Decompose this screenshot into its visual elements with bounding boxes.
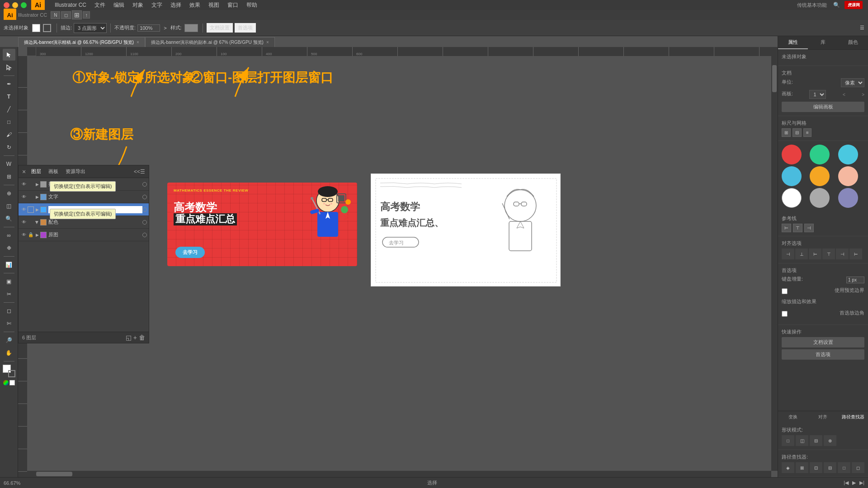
- maximize-button[interactable]: [21, 2, 27, 8]
- exclude-btn[interactable]: ⊕: [824, 435, 836, 446]
- layer-eye-chuhua[interactable]: 👁: [20, 181, 28, 188]
- layers-panel-collapse[interactable]: <<: [134, 169, 140, 175]
- swatch-purple[interactable]: [838, 188, 858, 208]
- horizontal-scrollbar[interactable]: [27, 471, 771, 477]
- tab-2[interactable]: 插边风-banner演示稿的副本.ai @ 67% (RGB/GPU 预览) ×: [145, 37, 275, 47]
- align-left[interactable]: ⊣: [782, 249, 794, 259]
- select-tool[interactable]: [3, 49, 15, 61]
- unit-select[interactable]: 像素: [841, 78, 864, 87]
- align-bottom[interactable]: ⊢: [849, 249, 862, 259]
- layer-lock-chuhua[interactable]: [28, 181, 34, 188]
- swatch-red[interactable]: [782, 145, 802, 164]
- opacity-input[interactable]: [137, 24, 160, 32]
- blend-tool[interactable]: ∞: [3, 230, 15, 241]
- layer-row-yuantu[interactable]: 👁 🔒 ▶ 原图: [19, 229, 149, 241]
- layer-lock-peise[interactable]: [28, 219, 34, 225]
- transform-tab[interactable]: 变换: [778, 411, 808, 423]
- layers-panel-menu[interactable]: ☰: [140, 169, 145, 175]
- minus-front-btn[interactable]: ◫: [796, 435, 808, 446]
- shape-builder[interactable]: ⊕: [3, 188, 15, 199]
- swatch-orange[interactable]: [810, 166, 830, 186]
- corner-checkbox[interactable]: [782, 311, 788, 317]
- layer-eye-peise[interactable]: 👁: [20, 219, 28, 226]
- stroke-type-select[interactable]: 3 点圆形: [74, 23, 107, 33]
- banner-cta-btn[interactable]: 去学习: [175, 247, 205, 258]
- new-doc-btn[interactable]: N: [51, 11, 60, 19]
- artboard-tool[interactable]: ▣: [3, 276, 15, 287]
- type-tool[interactable]: T: [3, 91, 15, 103]
- swatch-white[interactable]: [782, 188, 802, 208]
- snap-bounds-checkbox[interactable]: [782, 288, 788, 294]
- fill-swatch[interactable]: [32, 24, 40, 32]
- open-btn[interactable]: ◻: [61, 11, 71, 19]
- delete-layer-btn[interactable]: 🗑: [139, 334, 145, 341]
- swatch-green[interactable]: [810, 145, 830, 164]
- align-right[interactable]: ⊢: [809, 249, 821, 259]
- board-next-icon[interactable]: >: [862, 92, 864, 97]
- align-tab[interactable]: 对齐: [808, 411, 838, 423]
- search-icon[interactable]: 🔍: [833, 2, 840, 8]
- pen-tool[interactable]: ✒: [3, 78, 15, 90]
- next-frame[interactable]: ▶|: [859, 480, 864, 486]
- layer-row-wenzi[interactable]: 👁 ▶ 文字: [19, 191, 149, 203]
- layer-row-new[interactable]: 👁 ▶ 切换锁定(空白表示可编辑): [19, 203, 149, 216]
- free-transform[interactable]: ⊞: [3, 171, 15, 183]
- menu-text[interactable]: 文字: [148, 0, 166, 10]
- outline-btn[interactable]: □: [838, 462, 850, 473]
- tab-2-close[interactable]: ×: [266, 40, 269, 45]
- menu-illustrator[interactable]: Illustrator CC: [51, 1, 90, 9]
- guide-btn1[interactable]: ⊢: [782, 224, 791, 232]
- minimize-button[interactable]: [12, 2, 18, 8]
- properties-tab[interactable]: 属性: [778, 36, 808, 49]
- gradient-tool[interactable]: ◫: [3, 200, 15, 212]
- menu-object[interactable]: 对象: [129, 0, 147, 10]
- fill-stroke-selector[interactable]: [3, 365, 15, 377]
- share-btn[interactable]: ↑: [83, 11, 90, 19]
- layer-lock-wenzi[interactable]: [28, 194, 34, 200]
- eyedropper-tool[interactable]: 🔍: [3, 213, 15, 225]
- swatch-blue[interactable]: [838, 145, 858, 164]
- layer-name-input-new[interactable]: [48, 206, 142, 213]
- layer-lock-new[interactable]: [28, 206, 34, 213]
- board-select[interactable]: 1: [809, 90, 826, 99]
- align-center-h[interactable]: ⊥: [795, 249, 808, 259]
- symbol-tool[interactable]: ❉: [3, 242, 15, 254]
- layer-expand-new[interactable]: ▶: [34, 206, 40, 213]
- layer-expand-wenzi[interactable]: ▶: [34, 194, 40, 200]
- rotate-tool[interactable]: ↻: [3, 141, 15, 153]
- doc-settings-btn[interactable]: 文档设置: [207, 23, 233, 33]
- align-top[interactable]: ⊤: [822, 249, 835, 259]
- layer-eye-wenzi[interactable]: 👁: [20, 193, 28, 201]
- none-mode[interactable]: [9, 380, 15, 385]
- layer-expand-chuhua[interactable]: ▶: [34, 181, 40, 188]
- menu-window[interactable]: 窗口: [224, 0, 242, 10]
- vertical-scrollbar[interactable]: [771, 56, 778, 471]
- keyboard-value-input[interactable]: [846, 277, 864, 283]
- boards-tab[interactable]: 画板: [45, 167, 62, 176]
- prev-frame[interactable]: |◀: [844, 480, 849, 486]
- layer-eye-yuantu[interactable]: 👁: [20, 231, 28, 239]
- edit-board-btn[interactable]: 编辑画板: [782, 102, 864, 112]
- export-tab[interactable]: 资源导出: [62, 167, 89, 176]
- intersect-btn[interactable]: ⊟: [810, 435, 822, 446]
- stroke-swatch[interactable]: [43, 24, 51, 32]
- trim-btn[interactable]: ⊠: [796, 462, 808, 473]
- zoom-tool[interactable]: 🔎: [3, 334, 15, 346]
- pathfinder-tab[interactable]: 路径查找器: [838, 411, 868, 423]
- layer-expand-peise[interactable]: ▶: [34, 219, 40, 225]
- layer-eye-new[interactable]: 👁: [20, 206, 28, 213]
- menu-select[interactable]: 选择: [167, 0, 185, 10]
- graph-tool[interactable]: 📊: [3, 259, 15, 271]
- hand-tool[interactable]: ✋: [3, 347, 15, 359]
- make-sublayer-btn[interactable]: ◱: [126, 334, 132, 341]
- create-layer-btn[interactable]: +: [133, 334, 137, 341]
- board-prev-icon[interactable]: <: [843, 92, 845, 97]
- divide-btn[interactable]: ◈: [782, 462, 794, 473]
- swatch-peach[interactable]: [838, 166, 858, 186]
- guide-btn2[interactable]: ⊤: [793, 224, 802, 232]
- zoom-level[interactable]: 66.67%: [4, 480, 20, 486]
- paint-tool[interactable]: 🖌: [3, 129, 15, 141]
- arrange-icon[interactable]: ☰: [860, 25, 864, 31]
- close-button[interactable]: [4, 2, 9, 8]
- layer-row-peise[interactable]: 👁 ▶ 配色: [19, 216, 149, 229]
